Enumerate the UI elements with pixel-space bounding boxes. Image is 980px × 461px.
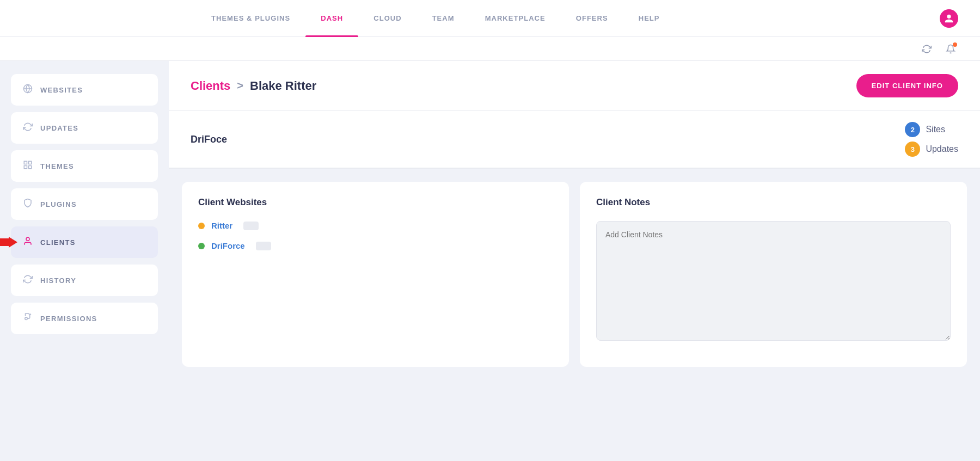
stats-group: 2 Sites 3 Updates xyxy=(905,122,958,157)
website-item-driforce: DriForce xyxy=(198,241,553,250)
breadcrumb-current: Blake Ritter xyxy=(250,79,316,93)
breadcrumb-clients-link[interactable]: Clients xyxy=(191,79,230,93)
client-notes-textarea[interactable] xyxy=(596,221,951,341)
nav-dash[interactable]: DASH xyxy=(305,0,358,37)
sites-stat: 2 Sites xyxy=(905,122,958,137)
sites-badge: 2 xyxy=(905,122,920,137)
svg-point-7 xyxy=(25,317,28,320)
nav-right xyxy=(940,9,958,28)
arrow-indicator xyxy=(0,238,10,246)
client-notes-card: Client Notes xyxy=(580,182,967,367)
title-row: Clients > Blake Ritter EDIT CLIENT INFO xyxy=(169,61,980,111)
plugins-icon xyxy=(23,198,33,210)
edit-client-info-button[interactable]: EDIT CLIENT INFO xyxy=(856,74,958,97)
themes-icon xyxy=(23,160,33,172)
nav-links: THEMES & PLUGINS DASH CLOUD TEAM MARKETP… xyxy=(196,0,675,37)
svg-rect-5 xyxy=(24,166,27,169)
sidebar-item-clients[interactable]: CLIENTS xyxy=(11,226,158,258)
content-area: Clients > Blake Ritter EDIT CLIENT INFO … xyxy=(169,61,980,461)
sidebar-label-themes: THEMES xyxy=(40,162,74,170)
updates-label: Updates xyxy=(926,144,958,154)
notification-dot xyxy=(953,42,957,47)
sites-label: Sites xyxy=(926,125,945,134)
svg-rect-3 xyxy=(29,161,32,164)
nav-team[interactable]: TEAM xyxy=(417,0,470,37)
notification-icon[interactable] xyxy=(943,41,958,57)
svg-rect-4 xyxy=(29,166,32,169)
nav-help[interactable]: HELP xyxy=(623,0,675,37)
permissions-icon xyxy=(23,312,33,324)
sidebar-item-permissions[interactable]: PERMISSIONS xyxy=(11,303,158,334)
website-link-driforce[interactable]: DriForce xyxy=(211,241,245,250)
user-avatar[interactable] xyxy=(940,9,958,28)
sidebar-label-websites: WEBSITES xyxy=(40,86,83,94)
website-item-ritter: Ritter xyxy=(198,221,553,230)
sidebar-item-themes[interactable]: THEMES xyxy=(11,150,158,182)
sidebar: WEBSITES UPDATES THEMES PLUGINS xyxy=(0,61,169,461)
nav-marketplace[interactable]: MARKETPLACE xyxy=(470,0,561,37)
breadcrumb: Clients > Blake Ritter xyxy=(191,79,316,93)
website-url-ritter xyxy=(243,222,259,230)
svg-point-6 xyxy=(26,237,29,241)
updates-stat: 3 Updates xyxy=(905,142,958,157)
globe-icon xyxy=(23,84,33,96)
website-link-ritter[interactable]: Ritter xyxy=(211,221,232,230)
dot-orange xyxy=(198,223,205,229)
website-url-driforce xyxy=(256,242,271,250)
sidebar-item-plugins[interactable]: PLUGINS xyxy=(11,188,158,220)
top-nav: THEMES & PLUGINS DASH CLOUD TEAM MARKETP… xyxy=(0,0,980,37)
sidebar-label-updates: UPDATES xyxy=(40,124,78,132)
sidebar-label-history: HISTORY xyxy=(40,276,76,285)
sidebar-label-plugins: PLUGINS xyxy=(40,200,77,208)
sidebar-label-clients: CLIENTS xyxy=(40,238,76,247)
nav-themes-plugins[interactable]: THEMES & PLUGINS xyxy=(196,0,305,37)
main-layout: WEBSITES UPDATES THEMES PLUGINS xyxy=(0,61,980,461)
history-icon xyxy=(23,274,33,286)
clients-icon xyxy=(23,236,33,248)
cards-row: Client Websites Ritter DriForce Client N… xyxy=(169,169,980,380)
breadcrumb-separator: > xyxy=(237,79,243,92)
client-websites-title: Client Websites xyxy=(198,197,553,208)
toolbar-row xyxy=(0,37,980,61)
sidebar-item-history[interactable]: HISTORY xyxy=(11,265,158,296)
dot-green xyxy=(198,243,205,249)
updates-badge: 3 xyxy=(905,142,920,157)
sidebar-item-updates[interactable]: UPDATES xyxy=(11,112,158,144)
refresh-icon[interactable] xyxy=(919,41,934,57)
updates-icon xyxy=(23,122,33,134)
nav-offers[interactable]: OFFERS xyxy=(561,0,623,37)
company-name: DriFoce xyxy=(191,134,227,145)
sidebar-item-websites[interactable]: WEBSITES xyxy=(11,74,158,106)
nav-cloud[interactable]: CLOUD xyxy=(358,0,416,37)
summary-row: DriFoce 2 Sites 3 Updates xyxy=(169,111,980,169)
client-websites-card: Client Websites Ritter DriForce xyxy=(182,182,569,367)
sidebar-label-permissions: PERMISSIONS xyxy=(40,315,97,323)
svg-rect-2 xyxy=(24,161,27,164)
client-notes-title: Client Notes xyxy=(596,197,951,208)
